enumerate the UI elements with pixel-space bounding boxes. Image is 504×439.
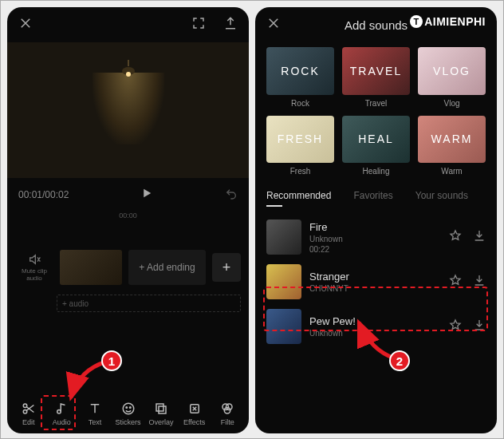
track-thumbnail xyxy=(266,220,301,255)
video-track-row: Mute clip audio + Add ending + xyxy=(7,248,249,287)
track-thumbnail xyxy=(266,264,301,299)
category-travel[interactable]: TRAVELTravel xyxy=(342,47,410,108)
toolbar-label: Edit xyxy=(22,418,35,426)
track-title: Stranger xyxy=(309,271,441,283)
add-ending-button[interactable]: + Add ending xyxy=(128,250,206,285)
close-icon[interactable] xyxy=(18,16,33,34)
category-vlog[interactable]: VLOGVlog xyxy=(418,47,486,108)
track-info: StrangerCHUNNYT xyxy=(309,271,441,293)
mute-clip-button[interactable]: Mute clip audio xyxy=(15,253,53,282)
add-sounds-screen: Add sounds ROCKRockTRAVELTravelVLOGVlogF… xyxy=(255,7,497,433)
category-overlay-text: TRAVEL xyxy=(342,47,410,95)
stickers-button[interactable]: Stickers xyxy=(112,401,145,426)
toolbar-label: Overlay xyxy=(149,418,174,426)
svg-point-4 xyxy=(23,409,27,413)
video-clip-thumbnail[interactable] xyxy=(60,250,122,285)
tab-favorites[interactable]: Favorites xyxy=(353,190,392,207)
editor-topbar xyxy=(7,7,249,42)
tab-your-sounds[interactable]: Your sounds xyxy=(415,190,468,207)
watermark: TAIMIENPHI xyxy=(410,15,486,28)
category-overlay-text: ROCK xyxy=(266,47,334,95)
tutorial-callout-2: 2 xyxy=(389,350,410,371)
svg-rect-10 xyxy=(159,406,166,413)
track-row[interactable]: FireUnknown00:22 xyxy=(263,215,489,259)
download-icon[interactable] xyxy=(473,229,486,245)
add-clip-button[interactable]: + xyxy=(212,253,241,282)
toolbar-label: Filte xyxy=(221,418,234,426)
track-artist: Unknown xyxy=(309,329,441,338)
category-label: Rock xyxy=(266,99,334,108)
svg-point-8 xyxy=(129,406,131,408)
favorite-icon[interactable] xyxy=(449,274,462,290)
playback-bar: 00:01/00:02 xyxy=(7,178,249,212)
page-title: Add sounds xyxy=(345,18,408,32)
track-duration: 00:22 xyxy=(309,245,441,254)
category-label: Travel xyxy=(342,99,410,108)
edit-button[interactable]: Edit xyxy=(12,401,45,426)
toolbar-label: Stickers xyxy=(116,418,141,426)
track-row[interactable]: StrangerCHUNNYT xyxy=(263,259,489,304)
effects-button[interactable]: Effects xyxy=(178,401,211,426)
category-healing[interactable]: HEALHealing xyxy=(342,116,410,176)
filters-button[interactable]: Filte xyxy=(211,401,244,426)
audio-button[interactable]: Audio xyxy=(45,401,79,426)
sound-tabs: RecommendedFavoritesYour sounds xyxy=(255,184,497,207)
category-overlay-text: FRESH xyxy=(266,116,334,164)
track-artist: Unknown xyxy=(309,235,441,243)
favorite-icon[interactable] xyxy=(449,229,462,245)
export-icon[interactable] xyxy=(223,16,238,34)
toolbar-label: Text xyxy=(89,418,102,426)
category-overlay-text: WARM xyxy=(418,116,486,164)
category-label: Healing xyxy=(342,167,410,176)
track-info: Pew Pew!Unknown xyxy=(309,315,441,338)
category-label: Fresh xyxy=(266,167,334,176)
category-rock[interactable]: ROCKRock xyxy=(266,47,334,108)
fullscreen-icon[interactable] xyxy=(191,16,206,34)
track-row[interactable]: Pew Pew!Unknown xyxy=(263,304,489,349)
download-icon[interactable] xyxy=(473,274,486,290)
category-grid: ROCKRockTRAVELTravelVLOGVlogFRESHFreshHE… xyxy=(255,42,497,184)
svg-point-6 xyxy=(123,403,134,414)
svg-rect-9 xyxy=(156,404,163,411)
timecode: 00:01/00:02 xyxy=(18,189,69,200)
track-title: Fire xyxy=(309,221,441,233)
undo-icon[interactable] xyxy=(225,188,238,203)
timeline-ruler: 00:00 xyxy=(7,212,249,224)
category-overlay-text: VLOG xyxy=(418,47,486,95)
bottom-toolbar: EditAudioTextStickersOverlayEffectsFilte xyxy=(7,394,249,433)
tutorial-callout-1: 1 xyxy=(101,350,122,371)
category-label: Vlog xyxy=(418,99,486,108)
download-icon[interactable] xyxy=(473,318,486,334)
svg-point-2 xyxy=(126,72,131,77)
track-info: FireUnknown00:22 xyxy=(309,221,441,254)
category-fresh[interactable]: FRESHFresh xyxy=(266,116,334,176)
track-thumbnail xyxy=(266,309,301,344)
audio-track-placeholder[interactable]: + audio xyxy=(57,295,241,312)
svg-point-14 xyxy=(225,407,231,413)
category-label: Warm xyxy=(418,167,486,176)
track-list: FireUnknown00:22StrangerCHUNNYTPew Pew!U… xyxy=(255,207,497,349)
video-preview[interactable] xyxy=(7,42,249,178)
tab-recommended[interactable]: Recommended xyxy=(266,190,331,207)
close-icon[interactable] xyxy=(266,16,281,34)
svg-point-7 xyxy=(126,406,128,408)
play-icon[interactable] xyxy=(140,186,154,204)
track-title: Pew Pew! xyxy=(309,315,441,327)
text-button[interactable]: Text xyxy=(78,401,112,426)
track-artist: CHUNNYT xyxy=(309,284,441,293)
toolbar-label: Effects xyxy=(183,418,205,426)
video-editor-screen: 00:01/00:02 00:00 Mute clip audio + Add … xyxy=(7,7,249,433)
favorite-icon[interactable] xyxy=(449,318,462,334)
category-warm[interactable]: WARMWarm xyxy=(418,116,486,176)
toolbar-label: Audio xyxy=(53,418,71,426)
overlay-button[interactable]: Overlay xyxy=(144,401,178,426)
svg-point-3 xyxy=(23,404,27,408)
category-overlay-text: HEAL xyxy=(342,116,410,164)
